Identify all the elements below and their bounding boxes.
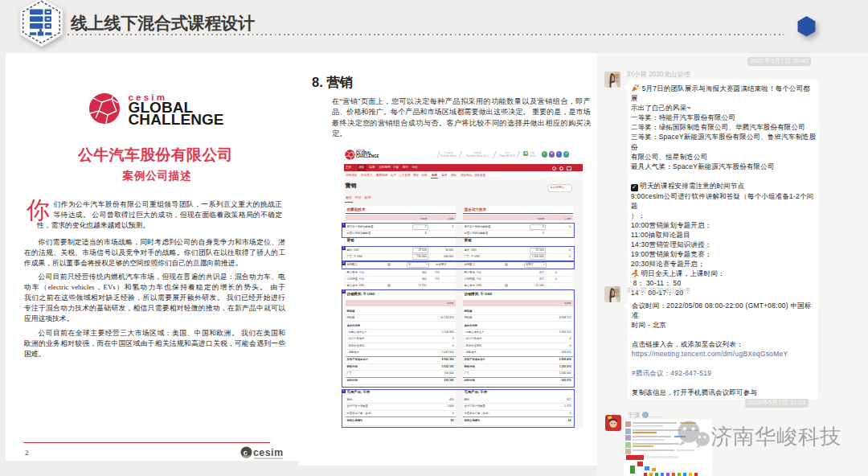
svg-text:cesim: cesim (253, 447, 283, 458)
svg-text:c: c (244, 449, 248, 457)
